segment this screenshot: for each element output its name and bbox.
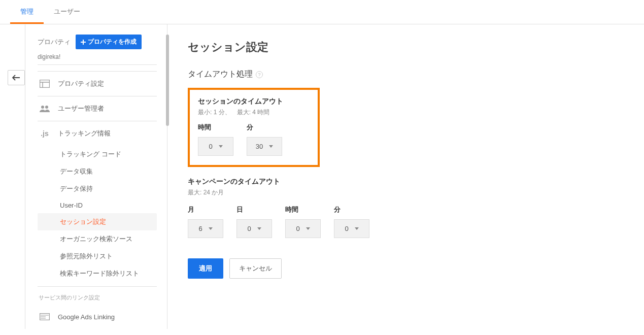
top-tabs: 管理 ユーザー [0, 0, 644, 24]
campaign-minutes-value: 0 [345, 225, 348, 232]
chevron-down-icon [219, 145, 223, 148]
sub-session-settings[interactable]: セッション設定 [38, 213, 157, 230]
nav-property-settings-label: プロパティ設定 [58, 79, 104, 88]
campaign-minutes-select[interactable]: 0 [334, 219, 369, 238]
property-label: プロパティ [38, 38, 71, 47]
scrollbar-thumb[interactable] [166, 35, 169, 126]
chevron-down-icon [269, 145, 273, 148]
sub-tracking-code[interactable]: トラッキング コード [58, 146, 157, 163]
campaign-months-label: 月 [188, 205, 223, 214]
session-minutes-label: 分 [247, 123, 282, 132]
sub-data-retention[interactable]: データ保持 [58, 180, 157, 197]
chevron-down-icon [306, 227, 310, 230]
session-minutes-select[interactable]: 30 [247, 137, 282, 156]
svg-rect-0 [40, 80, 50, 88]
nav-user-management[interactable]: ユーザー管理者 [38, 96, 157, 121]
property-name[interactable]: digireka! [38, 53, 157, 65]
sidebar: プロパティ プロパティを作成 digireka! プロパティ設定 ユーザー管理者 [25, 24, 167, 329]
nav-user-management-label: ユーザー管理者 [58, 104, 104, 113]
campaign-months-select[interactable]: 6 [188, 219, 223, 238]
session-hours-label: 時間 [198, 123, 233, 132]
campaign-minutes-label: 分 [334, 205, 369, 214]
plus-icon [81, 40, 86, 45]
apply-button[interactable]: 適用 [188, 258, 223, 279]
tracking-sublist: トラッキング コード データ収集 データ保持 User-ID セッション設定 オ… [38, 146, 157, 286]
cancel-button[interactable]: キャンセル [229, 258, 282, 279]
nav-google-ads-linking-label: Google Ads Linking [58, 313, 115, 321]
session-timeout-highlight: セッションのタイムアウト 最小: 1 分、 最大: 4 時間 時間 0 分 30 [188, 88, 320, 167]
session-hours-value: 0 [209, 143, 212, 150]
main-content: セッション設定 タイムアウト処理 ? セッションのタイムアウト 最小: 1 分、… [167, 24, 644, 329]
service-link-title: サービス間のリンク設定 [38, 286, 157, 307]
js-icon: .js [39, 128, 51, 139]
session-hours-select[interactable]: 0 [198, 137, 233, 156]
back-button[interactable] [8, 70, 25, 85]
timeout-heading: タイムアウト処理 ? [188, 69, 624, 80]
create-property-button[interactable]: プロパティを作成 [76, 35, 142, 49]
chevron-down-icon [257, 227, 261, 230]
campaign-days-label: 日 [236, 205, 272, 214]
users-icon [39, 104, 51, 114]
back-arrow-icon [12, 75, 20, 81]
campaign-months-value: 6 [198, 225, 202, 232]
nav-property-settings[interactable]: プロパティ設定 [38, 72, 157, 96]
svg-point-3 [41, 106, 44, 109]
help-icon[interactable]: ? [256, 71, 263, 78]
sub-data-collection[interactable]: データ収集 [58, 163, 157, 180]
session-minutes-value: 30 [256, 143, 263, 150]
sub-referral-exclusion[interactable]: 参照元除外リスト [58, 248, 157, 265]
page-title: セッション設定 [188, 40, 624, 55]
campaign-days-select[interactable]: 0 [236, 219, 272, 238]
sub-organic-search[interactable]: オーガニック検索ソース [58, 230, 157, 248]
nav-tracking-info[interactable]: .js トラッキング情報 [38, 121, 157, 146]
layout-icon [39, 79, 51, 89]
chevron-down-icon [355, 227, 359, 230]
tab-user[interactable]: ユーザー [44, 0, 90, 24]
tab-admin[interactable]: 管理 [10, 0, 44, 24]
sub-search-keyword-exclusion[interactable]: 検索キーワード除外リスト [58, 265, 157, 282]
session-timeout-heading: セッションのタイムアウト [198, 97, 310, 106]
nav-tracking-info-label: トラッキング情報 [58, 129, 111, 138]
card-icon [39, 312, 51, 322]
chevron-down-icon [209, 227, 213, 230]
session-timeout-limits: 最小: 1 分、 最大: 4 時間 [198, 108, 310, 117]
campaign-timeout-heading: キャンペーンのタイムアウト [188, 177, 624, 186]
svg-point-4 [45, 106, 48, 109]
campaign-hours-select[interactable]: 0 [285, 219, 321, 238]
campaign-timeout-limits: 最大: 24 か月 [188, 188, 624, 197]
campaign-days-value: 0 [247, 225, 251, 232]
create-property-label: プロパティを作成 [88, 38, 137, 46]
campaign-hours-value: 0 [296, 225, 299, 232]
sub-user-id[interactable]: User-ID [58, 197, 157, 213]
back-column [0, 24, 25, 329]
nav-google-ads-linking[interactable]: Google Ads Linking [38, 307, 157, 327]
timeout-heading-text: タイムアウト処理 [188, 69, 253, 80]
campaign-hours-label: 時間 [285, 205, 321, 214]
